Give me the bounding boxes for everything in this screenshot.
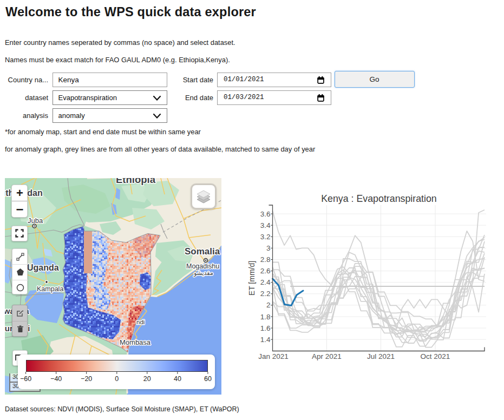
svg-text:Oct 2021: Oct 2021 xyxy=(421,352,450,360)
svg-text:Mombasa: Mombasa xyxy=(120,338,151,346)
svg-text:3: 3 xyxy=(266,244,271,252)
svg-text:ET [mm/d]: ET [mm/d] xyxy=(247,261,256,296)
svg-text:3.6: 3.6 xyxy=(260,210,271,218)
svg-text:−20: −20 xyxy=(81,375,92,383)
svg-text:Apr 2021: Apr 2021 xyxy=(312,352,342,360)
svg-text:1.6: 1.6 xyxy=(260,324,271,332)
svg-text:Somalia: Somalia xyxy=(185,246,220,257)
svg-text:Mogadishu: Mogadishu xyxy=(186,262,219,270)
svg-text:1.8: 1.8 xyxy=(260,313,271,321)
svg-text:20: 20 xyxy=(143,375,151,383)
svg-text:مقديشو: مقديشو xyxy=(193,270,213,277)
svg-text:3.4: 3.4 xyxy=(260,221,271,229)
svg-text:2.4: 2.4 xyxy=(260,278,271,286)
svg-text:−40: −40 xyxy=(50,375,62,383)
svg-text:Kenya : Evapotranspiration: Kenya : Evapotranspiration xyxy=(321,193,437,204)
svg-text:Juba: Juba xyxy=(28,216,43,225)
svg-text:1.4: 1.4 xyxy=(260,336,271,344)
svg-text:60: 60 xyxy=(204,375,212,383)
svg-text:3.2: 3.2 xyxy=(260,233,271,241)
svg-text:Jan 2021: Jan 2021 xyxy=(258,352,289,360)
svg-text:Ethiopia: Ethiopia xyxy=(116,178,156,185)
svg-text:2.2: 2.2 xyxy=(260,290,271,298)
svg-text:−60: −60 xyxy=(20,375,31,383)
svg-text:Uganda: Uganda xyxy=(27,263,59,272)
svg-text:2.8: 2.8 xyxy=(260,255,271,264)
svg-text:Kampala: Kampala xyxy=(37,285,63,293)
svg-text:0: 0 xyxy=(115,375,119,383)
svg-text:40: 40 xyxy=(174,375,181,383)
svg-text:ndi: ndi xyxy=(136,319,145,325)
svg-text:2.6: 2.6 xyxy=(260,267,271,275)
svg-text:Jul 2021: Jul 2021 xyxy=(367,352,395,360)
svg-text:2: 2 xyxy=(266,301,271,309)
